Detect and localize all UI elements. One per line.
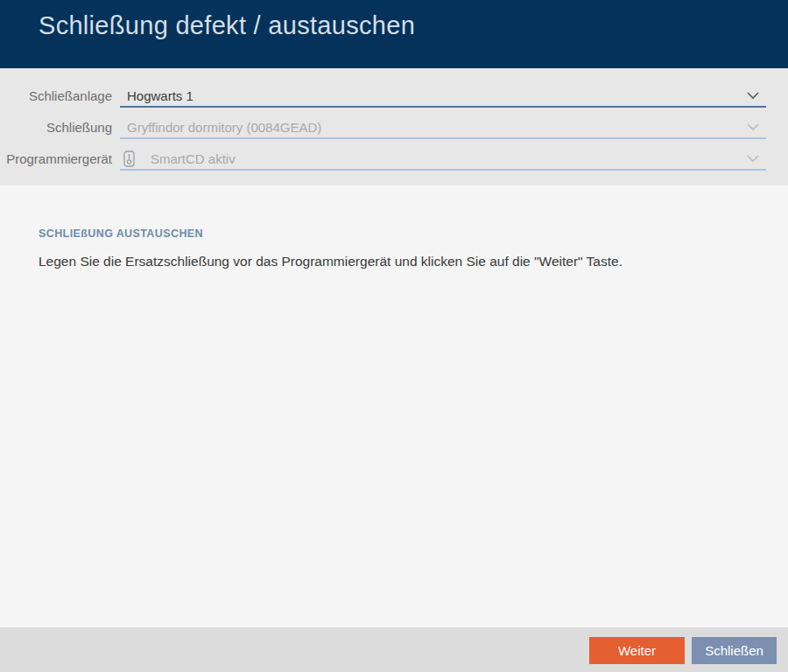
programmer-value: SmartCD aktiv bbox=[151, 150, 236, 169]
lock-value: Gryffindor dormitory (0084GEAD) bbox=[127, 118, 321, 137]
chevron-down-icon bbox=[747, 155, 759, 163]
form-row-programmer: Programmiergerät SmartCD aktiv bbox=[0, 148, 788, 171]
chevron-down-icon bbox=[747, 92, 759, 100]
close-button[interactable]: Schließen bbox=[692, 637, 777, 664]
locking-system-dropdown[interactable]: Hogwarts 1 bbox=[120, 85, 766, 108]
programmer-device-icon bbox=[123, 150, 135, 167]
chevron-down-icon bbox=[747, 123, 759, 131]
programmer-dropdown: SmartCD aktiv bbox=[120, 148, 766, 171]
form-row-locking-system: Schließanlage Hogwarts 1 bbox=[0, 85, 788, 108]
form-row-lock: Schließung Gryffindor dormitory (0084GEA… bbox=[0, 116, 788, 139]
locking-system-label: Schließanlage bbox=[0, 85, 112, 108]
section-heading: SCHLIEßUNG AUSTAUSCHEN bbox=[39, 228, 203, 240]
dialog-header: Schließung defekt / austauschen bbox=[0, 0, 788, 68]
locking-system-value: Hogwarts 1 bbox=[127, 87, 193, 106]
dialog-title: Schließung defekt / austauschen bbox=[39, 11, 415, 40]
instruction-text: Legen Sie die Ersatzschließung vor das P… bbox=[39, 254, 623, 270]
programmer-label: Programmiergerät bbox=[0, 148, 112, 171]
footer-bar: Weiter Schließen bbox=[0, 627, 788, 672]
lock-label: Schließung bbox=[0, 116, 112, 139]
next-button[interactable]: Weiter bbox=[589, 637, 685, 664]
content-area: SCHLIEßUNG AUSTAUSCHEN Legen Sie die Ers… bbox=[0, 186, 788, 627]
lock-dropdown: Gryffindor dormitory (0084GEAD) bbox=[120, 116, 766, 139]
lock-replace-dialog: Schließung defekt / austauschen Schließa… bbox=[0, 0, 788, 672]
form-area: Schließanlage Hogwarts 1 Schließung Gryf… bbox=[0, 68, 788, 186]
